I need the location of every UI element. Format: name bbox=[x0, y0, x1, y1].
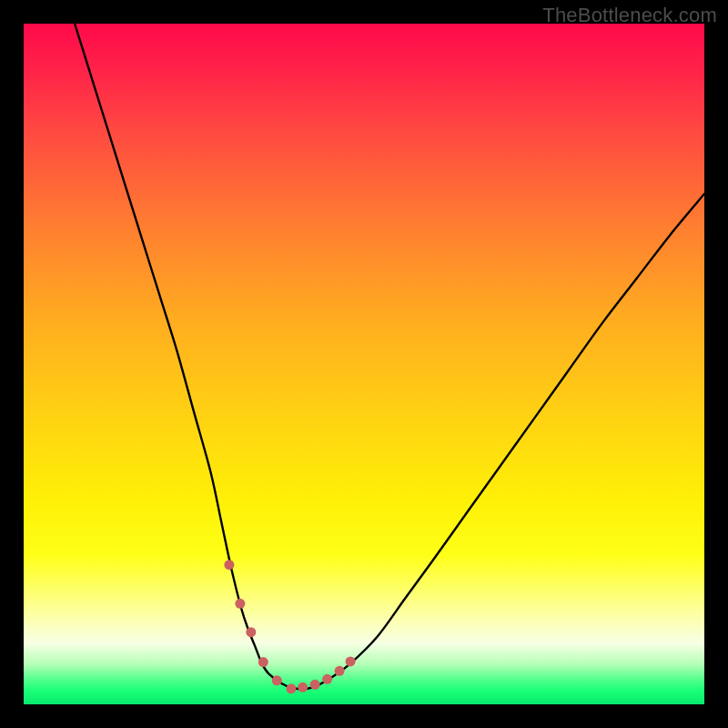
marker-point bbox=[258, 657, 268, 667]
marker-point bbox=[235, 599, 245, 609]
marker-point bbox=[310, 680, 320, 690]
marker-point bbox=[322, 674, 332, 684]
watermark-text: TheBottleneck.com bbox=[542, 4, 717, 27]
chart-container: TheBottleneck.com bbox=[0, 0, 728, 728]
marker-point bbox=[298, 682, 308, 693]
marker-point bbox=[246, 627, 256, 637]
marker-group bbox=[224, 560, 355, 693]
plot-area bbox=[24, 24, 704, 704]
marker-point bbox=[346, 656, 356, 666]
marker-point bbox=[335, 666, 345, 676]
bottleneck-curve bbox=[75, 24, 704, 689]
curve-layer bbox=[24, 24, 704, 704]
marker-point bbox=[224, 560, 234, 570]
marker-point bbox=[272, 675, 282, 685]
marker-point bbox=[286, 683, 296, 693]
